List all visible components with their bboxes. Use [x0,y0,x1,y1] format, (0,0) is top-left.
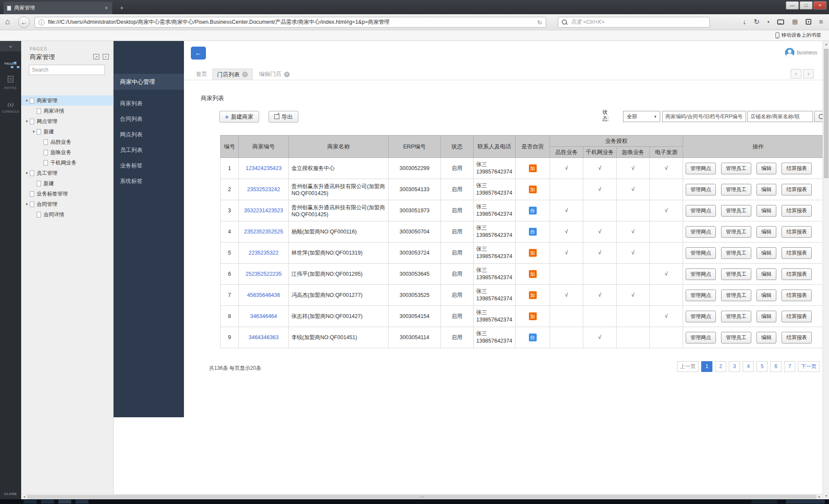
tree-item[interactable]: ▾ 商家管理 [21,95,114,106]
merchant-no-link[interactable]: 3464346363 [249,334,279,340]
manage-employees-button[interactable]: 管理员工 [721,290,751,301]
tree-item[interactable]: 商家详情 [21,106,114,116]
manage-branches-button[interactable]: 管理网点 [686,163,716,174]
page-button[interactable]: 7 [784,361,795,372]
edit-button[interactable]: 编辑 [756,163,776,174]
strip-item-notes[interactable]: NOTES [0,76,21,90]
tab-next-icon[interactable]: › [803,69,814,79]
sidebar-item-branch-list[interactable]: 网点列表 [114,127,184,142]
open-page-icon[interactable]: ↗ [93,54,99,60]
tree-item[interactable]: ▾ 新建 [21,126,114,137]
edit-button[interactable]: 编辑 [756,226,776,238]
grid-icon[interactable]: ⊞ [792,18,797,26]
strip-item-console[interactable]: (x) CONSOLE [0,100,21,113]
page-button[interactable]: 5 [756,361,768,372]
page-button[interactable]: 6 [770,361,782,372]
sidebar-item-system-tags[interactable]: 系统标签 [114,173,184,189]
sidebar-item-employee-list[interactable]: 员工列表 [114,142,184,158]
settlement-report-button[interactable]: 结算报表 [782,226,812,238]
settlement-report-button[interactable]: 结算报表 [782,311,812,322]
scroll-left-icon[interactable]: ◄ [22,495,26,499]
sidebar-item-business-tags[interactable]: 业务标签 [114,158,184,173]
new-tab-button[interactable]: + [117,4,127,12]
tab-close-icon[interactable]: × [284,72,290,77]
expander-icon[interactable]: ▾ [24,119,30,123]
tree-item[interactable]: 品胜业务 [21,137,114,147]
browser-search[interactable]: 百度 <Ctrl+K> [558,17,710,28]
sidebar-item-contract-list[interactable]: 合同列表 [114,111,184,127]
merchant-no-link[interactable]: 2352352352525 [244,229,283,235]
manage-branches-button[interactable]: 管理网点 [686,311,716,322]
edit-button[interactable]: 编辑 [756,332,776,343]
tab-store-list[interactable]: 门店列表 × [212,69,253,80]
merchant-no-link[interactable]: 23532523242 [247,186,280,192]
bookmark-mobile[interactable]: 移动设备上的书签 [775,32,821,38]
plugin-icon[interactable] [806,19,811,25]
settlement-report-button[interactable]: 结算报表 [782,205,812,217]
scroll-down-icon[interactable]: ▼ [823,494,829,498]
user-menu[interactable]: business [785,48,817,57]
collapse-button[interactable]: ⌄ [0,41,21,51]
close-button[interactable]: × [813,1,826,9]
next-page-button[interactable]: 下一页 [798,361,820,372]
manage-employees-button[interactable]: 管理员工 [721,247,751,259]
tree-item[interactable]: 合同详情 [21,209,114,220]
status-select[interactable]: 全部 ▾ [623,111,660,122]
merchant-code-input[interactable] [662,111,746,122]
tab-close-icon[interactable]: × [104,5,109,11]
manage-employees-button[interactable]: 管理员工 [721,226,751,238]
maximize-button[interactable]: □ [800,1,813,9]
edit-button[interactable]: 编辑 [756,311,776,322]
history-dropdown-icon[interactable]: ▾ [767,19,769,24]
strip-close-button[interactable]: CLOSE [0,492,21,496]
manage-employees-button[interactable]: 管理员工 [721,163,751,174]
tree-item[interactable]: 千机网业务 [21,158,114,168]
settlement-report-button[interactable]: 结算报表 [782,163,812,174]
home-icon[interactable]: ⌂ [5,17,10,26]
new-merchant-button[interactable]: + 新建商家 [219,111,259,123]
reload-icon[interactable]: ↻ [537,19,542,26]
expander-icon[interactable]: ▾ [24,202,30,206]
browser-tab[interactable]: 商家管理 × [3,2,112,14]
tab-edit-store[interactable]: 编辑门店 × [255,69,294,80]
manage-branches-button[interactable]: 管理网点 [686,205,716,217]
manage-employees-button[interactable]: 管理员工 [721,311,751,322]
tree-item[interactable]: ▾ 员工管理 [21,168,114,178]
settlement-report-button[interactable]: 结算报表 [782,268,812,280]
merchant-no-link[interactable]: 123424235423 [246,165,282,171]
manage-employees-button[interactable]: 管理员工 [721,184,751,195]
manage-branches-button[interactable]: 管理网点 [686,268,716,280]
page-back-button[interactable]: ← [191,47,206,60]
merchant-no-link[interactable]: 2235235322 [249,250,279,256]
sidebar-item-merchant-list[interactable]: 商家列表 [114,96,184,111]
url-bar[interactable]: i file:///C:/Users/Administrator/Desktop… [35,17,546,28]
tree-item[interactable]: 新建 [21,178,114,189]
manage-employees-button[interactable]: 管理员工 [721,268,751,280]
edit-button[interactable]: 编辑 [756,268,776,280]
tab-prev-icon[interactable]: ‹ [791,69,801,79]
tree-item[interactable]: ▾ 网点管理 [21,116,114,126]
back-button[interactable]: ← [18,16,30,28]
edit-button[interactable]: 编辑 [756,184,776,195]
expander-icon[interactable]: ▾ [24,98,30,103]
settlement-report-button[interactable]: 结算报表 [782,290,812,301]
manage-branches-button[interactable]: 管理网点 [686,226,716,238]
merchant-no-link[interactable]: 3532231423523 [244,208,283,214]
strip-item-pages[interactable]: PAGES [0,62,21,66]
manage-branches-button[interactable]: 管理网点 [686,184,716,195]
manage-branches-button[interactable]: 管理网点 [686,332,716,343]
menu-icon[interactable]: ≡ [819,18,823,26]
settlement-report-button[interactable]: 结算报表 [782,184,812,195]
expander-icon[interactable]: ▾ [24,171,30,175]
scroll-up-icon[interactable]: ▲ [823,42,829,46]
tab-close-icon[interactable]: × [242,72,248,77]
tab-home[interactable]: 首页 [192,69,212,80]
expander-icon[interactable]: ▾ [31,129,37,134]
manage-branches-button[interactable]: 管理网点 [686,290,716,301]
store-name-input[interactable] [747,111,813,122]
vertical-scrollbar[interactable]: ▲ ▼ [823,41,829,499]
tree-item[interactable]: 业务标签管理 [21,189,114,199]
pages-search-input[interactable] [29,65,105,75]
page-button[interactable]: 2 [715,361,726,372]
edit-button[interactable]: 编辑 [756,290,776,301]
